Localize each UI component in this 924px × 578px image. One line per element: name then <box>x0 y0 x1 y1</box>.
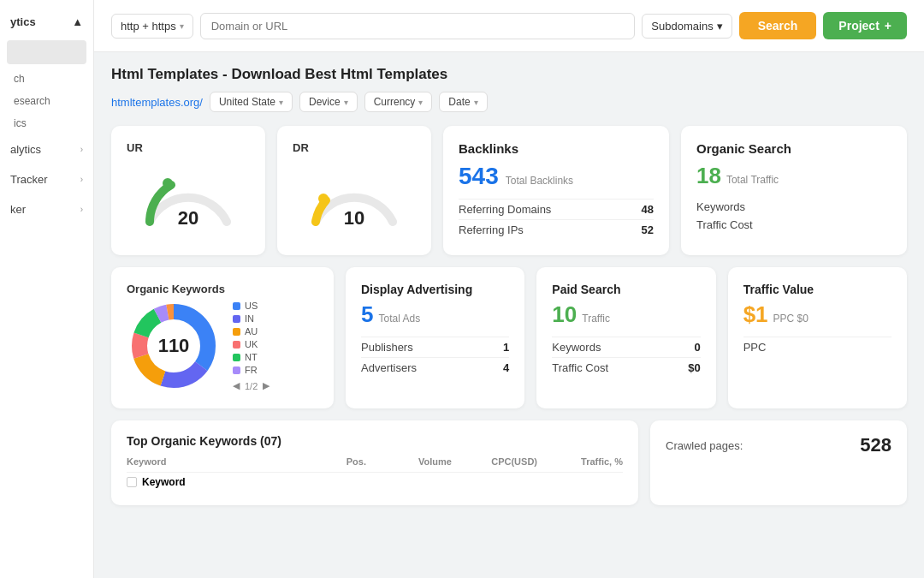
organic-search-card: Organic Search 18 Total Traffic Keywords… <box>681 126 907 255</box>
legend-dot-us <box>233 302 240 310</box>
traffic-value-ppc-row: PPC <box>743 337 891 357</box>
paid-traffic: 10 <box>552 301 577 328</box>
legend-list: US IN AU UK <box>233 301 270 375</box>
organic-traffic: 18 <box>696 163 721 189</box>
paid-traffic-cost-row: Traffic Cost $0 <box>552 357 700 378</box>
legend-dot-uk <box>233 341 240 349</box>
display-advertising-title: Display Advertising <box>361 283 509 296</box>
advertisers-label: Advertisers <box>361 361 417 374</box>
ur-gauge-svg: 20 <box>141 166 235 226</box>
col-keyword: Keyword <box>127 456 281 467</box>
dr-gauge-svg: 10 <box>307 166 401 226</box>
crawled-value: 528 <box>860 434 891 456</box>
display-total-ads-label: Total Ads <box>378 313 420 325</box>
subdomain-select[interactable]: Subdomains ▾ <box>642 14 732 39</box>
chevron-down-icon: ▾ <box>418 98 423 107</box>
sidebar-item-analytics[interactable]: alytics › <box>0 134 93 164</box>
search-bar: http + https ▾ Subdomains ▾ Search Proje… <box>94 0 924 52</box>
paid-keywords-label: Keywords <box>552 341 601 354</box>
sidebar-item-ch[interactable]: ch <box>0 68 93 90</box>
organic-keywords-label: Keywords <box>696 200 745 213</box>
legend-label-uk: UK <box>245 339 258 349</box>
col-volume: Volume <box>375 456 452 467</box>
domain-link[interactable]: htmltemplates.org/ <box>111 96 203 109</box>
legend-label-nt: NT <box>245 352 258 362</box>
legend-au: AU <box>233 326 270 337</box>
paid-traffic-cost-label: Traffic Cost <box>552 361 608 374</box>
sidebar-item-tracker[interactable]: Tracker › <box>0 164 93 194</box>
legend-in: IN <box>233 313 270 324</box>
keywords-table-header: Keyword Pos. Volume CPC(USD) Traffic, % <box>127 456 623 473</box>
legend-dot-fr <box>233 366 240 374</box>
dr-card: DR 10 <box>277 126 431 255</box>
content-area: Html Templates - Download Best Html Temp… <box>94 52 924 578</box>
sidebar-item-ics[interactable]: ics <box>0 112 93 134</box>
display-publishers-row: Publishers 1 <box>361 337 509 357</box>
cards-row-2: Organic Keywords <box>111 267 907 408</box>
search-button[interactable]: Search <box>739 12 817 39</box>
dr-gauge: 10 <box>293 158 416 235</box>
organic-keywords-row: Keywords <box>696 198 891 216</box>
col-cpc: CPC(USD) <box>460 456 537 467</box>
sidebar-item-ker[interactable]: ker › <box>0 194 93 224</box>
donut-center-value: 110 <box>158 335 190 357</box>
crawled-pages-card: Crawled pages: 528 <box>650 420 907 505</box>
traffic-value-card: Traffic Value $1 PPC $0 PPC <box>728 267 907 408</box>
donut-svg-wrap: 110 <box>127 299 221 393</box>
organic-traffic-label: Total Traffic <box>726 174 779 186</box>
main-content: http + https ▾ Subdomains ▾ Search Proje… <box>94 0 924 578</box>
dr-label: DR <box>293 141 416 154</box>
top-keywords-title: Top Organic Keywords (07) <box>127 434 623 448</box>
publishers-label: Publishers <box>361 341 413 354</box>
chevron-down-icon: ▾ <box>279 98 283 107</box>
display-total-ads: 5 <box>361 301 373 328</box>
organic-keywords-title: Organic Keywords <box>127 283 318 295</box>
filter-date[interactable]: Date ▾ <box>439 92 487 112</box>
referring-ips-val: 52 <box>642 223 654 236</box>
svg-text:10: 10 <box>344 207 364 226</box>
paid-traffic-cost-val: $0 <box>688 361 700 374</box>
url-input[interactable] <box>200 13 636 39</box>
page-title: Html Templates - Download Best Html Temp… <box>111 66 907 83</box>
organic-search-title: Organic Search <box>696 141 891 156</box>
legend-label-fr: FR <box>245 365 258 375</box>
protocol-select[interactable]: http + https ▾ <box>111 14 193 39</box>
backlinks-total-label: Total Backlinks <box>506 175 573 187</box>
sidebar-item-esearch[interactable]: esearch <box>0 90 93 112</box>
traffic-value-amount: $1 <box>743 301 768 328</box>
advertisers-val: 4 <box>503 361 509 374</box>
backlinks-referring-domains-row: Referring Domains 48 <box>459 199 654 219</box>
ur-card: UR 20 <box>111 126 265 255</box>
legend-nav-prev[interactable]: ◀ <box>233 380 240 391</box>
chevron-down-icon: ▾ <box>344 98 348 107</box>
filter-device[interactable]: Device ▾ <box>299 92 358 112</box>
paid-keywords-val: 0 <box>694 341 700 354</box>
legend-dot-in <box>233 315 240 323</box>
backlinks-card: Backlinks 543 Total Backlinks Referring … <box>443 126 669 255</box>
sidebar-group-header[interactable]: ytics ▲ <box>0 7 93 37</box>
col-pos: Pos. <box>289 456 366 467</box>
legend-nt: NT <box>233 352 270 362</box>
filter-country[interactable]: United State ▾ <box>210 92 293 112</box>
chevron-right-icon: › <box>80 205 83 214</box>
legend-us: US <box>233 301 270 311</box>
chevron-down-icon: ▾ <box>180 21 184 31</box>
keyword-checkbox-1[interactable] <box>127 477 137 487</box>
cards-row-1: UR 20 DR <box>111 126 907 255</box>
display-advertisers-row: Advertisers 4 <box>361 357 509 378</box>
paid-traffic-label: Traffic <box>582 313 610 325</box>
filter-currency[interactable]: Currency ▾ <box>364 92 433 112</box>
traffic-value-title: Traffic Value <box>743 283 891 296</box>
legend-nav-next[interactable]: ▶ <box>263 380 270 391</box>
svg-point-2 <box>318 194 329 204</box>
svg-point-0 <box>163 178 173 188</box>
filter-bar: htmltemplates.org/ United State ▾ Device… <box>111 92 907 112</box>
paid-search-card: Paid Search 10 Traffic Keywords 0 Traffi… <box>536 267 715 408</box>
project-button[interactable]: Project + <box>823 12 907 39</box>
paid-search-title: Paid Search <box>552 283 700 296</box>
crawled-label: Crawled pages: <box>666 439 743 452</box>
legend-nav[interactable]: ◀ 1/2 ▶ <box>233 380 270 391</box>
referring-ips-label: Referring IPs <box>459 223 524 236</box>
backlinks-referring-ips-row: Referring IPs 52 <box>459 219 654 240</box>
paid-keywords-row: Keywords 0 <box>552 337 700 357</box>
